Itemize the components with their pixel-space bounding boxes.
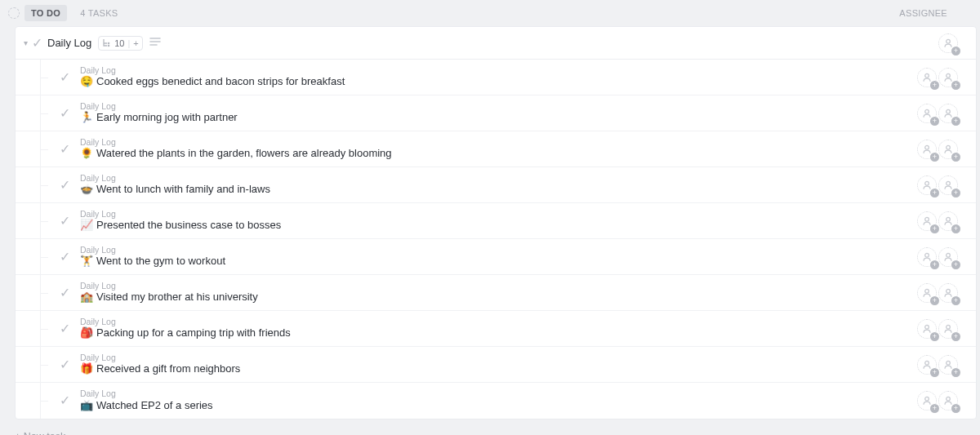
assignee-placeholder[interactable]: + bbox=[917, 391, 937, 411]
svg-point-8 bbox=[947, 145, 951, 149]
checkmark-icon[interactable]: ✓ bbox=[60, 286, 70, 300]
checkmark-icon[interactable]: ✓ bbox=[32, 37, 42, 50]
parent-task-row[interactable]: ▾ ✓ Daily Log 10 | + + bbox=[16, 27, 976, 60]
svg-point-0 bbox=[108, 42, 110, 45]
task-title-text: Presented the business case to bosses bbox=[96, 219, 281, 232]
assignee-placeholder[interactable]: + bbox=[917, 211, 937, 231]
task-emoji: 📺 bbox=[80, 399, 93, 412]
svg-point-7 bbox=[925, 145, 929, 149]
new-task-button[interactable]: + New task bbox=[0, 423, 980, 435]
task-breadcrumb: Daily Log bbox=[80, 102, 238, 111]
task-row[interactable]: ✓ Daily Log 📺 Watched EP2 of a series + … bbox=[16, 383, 976, 419]
task-breadcrumb: Daily Log bbox=[80, 353, 240, 362]
assignee-placeholder[interactable]: + bbox=[917, 175, 937, 195]
collapse-caret-icon[interactable]: ▾ bbox=[20, 38, 30, 47]
checkmark-icon[interactable]: ✓ bbox=[60, 107, 70, 120]
svg-point-12 bbox=[947, 217, 951, 221]
svg-point-3 bbox=[925, 73, 929, 78]
task-row[interactable]: ✓ Daily Log 🏃 Early morning jog with par… bbox=[16, 95, 976, 131]
hierarchy-line bbox=[40, 167, 41, 202]
task-breadcrumb: Daily Log bbox=[80, 174, 270, 183]
task-row[interactable]: ✓ Daily Log 🍲 Went to lunch with family … bbox=[16, 167, 976, 203]
assignee-placeholder[interactable]: + bbox=[938, 355, 958, 375]
task-emoji: 🤤 bbox=[80, 75, 93, 88]
task-title-text: Received a gift from neighbors bbox=[96, 362, 240, 375]
assignee-placeholder[interactable]: + bbox=[917, 247, 937, 267]
task-row[interactable]: ✓ Daily Log 📈 Presented the business cas… bbox=[16, 203, 976, 239]
svg-point-16 bbox=[947, 289, 951, 293]
task-list-panel: ▾ ✓ Daily Log 10 | + + ✓ Daily Log bbox=[15, 26, 977, 419]
assignee-placeholder[interactable]: + bbox=[917, 319, 937, 339]
task-emoji: 🍲 bbox=[80, 183, 93, 196]
task-emoji: 🌻 bbox=[80, 147, 93, 160]
task-emoji: 🏋️ bbox=[80, 255, 93, 268]
svg-point-21 bbox=[925, 397, 929, 401]
task-title-text: Watered the plants in the garden, flower… bbox=[96, 147, 392, 160]
task-title-text: Early morning jog with partner bbox=[96, 111, 238, 124]
task-row[interactable]: ✓ Daily Log 🌻 Watered the plants in the … bbox=[16, 131, 976, 167]
hierarchy-line bbox=[40, 60, 41, 95]
task-title: 📈 Presented the business case to bosses bbox=[80, 219, 281, 232]
assignee-placeholder[interactable]: + bbox=[938, 211, 958, 231]
assignee-placeholder[interactable]: + bbox=[938, 140, 958, 159]
hierarchy-line bbox=[40, 383, 41, 419]
add-subtask-icon[interactable]: + bbox=[133, 38, 138, 48]
checkmark-icon[interactable]: ✓ bbox=[60, 394, 70, 407]
hierarchy-line bbox=[40, 131, 41, 166]
task-row[interactable]: ✓ Daily Log 🤤 Cooked eggs benedict and b… bbox=[16, 60, 976, 95]
task-row[interactable]: ✓ Daily Log 🎒 Packing up for a camping t… bbox=[16, 311, 976, 347]
assignee-placeholder[interactable]: + bbox=[917, 283, 937, 303]
task-title: 📺 Watched EP2 of a series bbox=[80, 399, 213, 412]
task-breadcrumb: Daily Log bbox=[80, 317, 291, 326]
task-title: 🎁 Received a gift from neighbors bbox=[80, 362, 240, 375]
svg-point-18 bbox=[947, 325, 951, 329]
svg-point-9 bbox=[925, 181, 929, 185]
assignee-placeholder[interactable]: + bbox=[938, 104, 958, 123]
task-row[interactable]: ✓ Daily Log 🎁 Received a gift from neigh… bbox=[16, 347, 976, 383]
task-breadcrumb: Daily Log bbox=[80, 66, 345, 75]
assignee-placeholder[interactable]: + bbox=[938, 283, 958, 303]
svg-point-4 bbox=[947, 73, 951, 78]
task-title: 🏋️ Went to the gym to workout bbox=[80, 255, 225, 268]
task-title: 🏫 Visited my brother at his university bbox=[80, 291, 258, 304]
checkmark-icon[interactable]: ✓ bbox=[60, 215, 70, 228]
svg-point-6 bbox=[947, 109, 951, 113]
assignee-placeholder[interactable]: + bbox=[938, 247, 958, 267]
description-icon[interactable] bbox=[149, 37, 161, 50]
checkmark-icon[interactable]: ✓ bbox=[60, 322, 70, 335]
checkmark-icon[interactable]: ✓ bbox=[60, 358, 70, 371]
checkmark-icon[interactable]: ✓ bbox=[60, 143, 70, 156]
task-count-label: 4 TASKS bbox=[80, 8, 118, 18]
assignee-placeholder[interactable]: + bbox=[917, 104, 937, 123]
svg-point-17 bbox=[925, 325, 929, 329]
svg-point-13 bbox=[925, 253, 929, 257]
checkmark-icon[interactable]: ✓ bbox=[60, 179, 70, 192]
svg-point-20 bbox=[947, 361, 951, 365]
hierarchy-line bbox=[40, 311, 41, 346]
task-title-text: Cooked eggs benedict and bacon strips fo… bbox=[96, 75, 345, 88]
checkmark-icon[interactable]: ✓ bbox=[60, 71, 70, 84]
svg-point-1 bbox=[108, 45, 110, 47]
assignee-placeholder[interactable]: + bbox=[917, 68, 937, 87]
checkmark-icon[interactable]: ✓ bbox=[60, 251, 70, 264]
task-title-text: Went to the gym to workout bbox=[96, 255, 225, 268]
task-title: 🍲 Went to lunch with family and in-laws bbox=[80, 183, 270, 196]
assignee-column-header: ASSIGNEE bbox=[899, 8, 947, 18]
assignee-placeholder[interactable]: + bbox=[938, 319, 958, 339]
svg-point-14 bbox=[947, 253, 951, 257]
subtask-count-badge[interactable]: 10 | + bbox=[98, 36, 143, 51]
hierarchy-line bbox=[40, 95, 41, 131]
assignee-placeholder[interactable]: + bbox=[917, 355, 937, 375]
assignee-placeholder[interactable]: + bbox=[938, 33, 958, 53]
task-title: 🎒 Packing up for a camping trip with fri… bbox=[80, 326, 291, 340]
assignee-placeholder[interactable]: + bbox=[938, 391, 958, 411]
status-chip[interactable]: TO DO bbox=[24, 5, 67, 21]
assignee-placeholder[interactable]: + bbox=[938, 175, 958, 195]
task-row[interactable]: ✓ Daily Log 🏋️ Went to the gym to workou… bbox=[16, 239, 976, 275]
hierarchy-line bbox=[40, 203, 41, 238]
task-row[interactable]: ✓ Daily Log 🏫 Visited my brother at his … bbox=[16, 275, 976, 311]
assignee-placeholder[interactable]: + bbox=[917, 140, 937, 159]
assignee-placeholder[interactable]: + bbox=[938, 68, 958, 87]
parent-task-title: Daily Log bbox=[47, 37, 91, 49]
task-emoji: 🎁 bbox=[80, 362, 93, 375]
